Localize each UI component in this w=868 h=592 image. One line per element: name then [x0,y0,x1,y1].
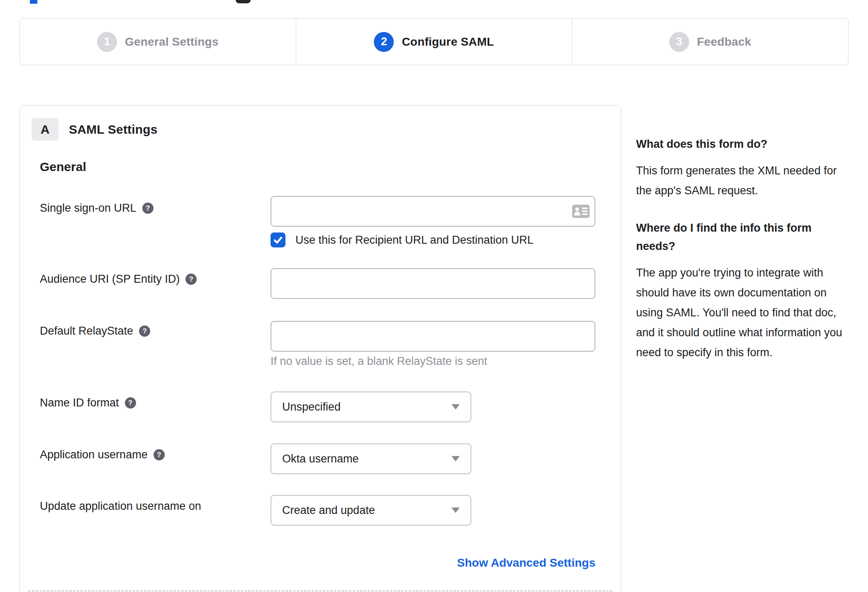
app-username-label: Application username [40,448,148,461]
recipient-url-checkbox-row: Use this for Recipient URL and Destinati… [271,232,534,247]
caret-down-icon [451,456,460,462]
caret-down-icon [451,508,460,513]
update-username-value: Create and update [282,504,375,517]
app-username-select[interactable]: Okta username [271,443,471,474]
help-icon[interactable]: ? [142,203,154,214]
section-a-badge: A [32,118,59,141]
sso-url-input[interactable] [271,196,595,227]
help-answer-1: This form generates the XML needed for t… [636,161,846,201]
audience-uri-label-row: Audience URI (SP Entity ID) ? [40,273,197,286]
checkmark-icon [273,235,283,245]
app-username-label-row: Application username ? [40,448,165,461]
help-question-1: What does this form do? [636,135,846,153]
general-section-heading: General [40,160,86,174]
step-feedback[interactable]: 3 Feedback [572,19,848,65]
step-number-badge: 2 [374,32,394,52]
help-icon[interactable]: ? [154,449,165,460]
help-icon[interactable]: ? [185,274,197,285]
sso-url-label: Single sign-on URL [40,202,137,215]
clipped-header-fragment-dark [236,0,251,3]
name-id-format-select[interactable]: Unspecified [271,391,471,422]
step-number-badge: 3 [669,32,689,52]
relay-state-label: Default RelayState [40,325,133,338]
update-username-label-row: Update application username on [40,500,201,513]
wizard-stepper: 1 General Settings 2 Configure SAML 3 Fe… [20,18,848,65]
recipient-url-checkbox-label: Use this for Recipient URL and Destinati… [295,234,534,247]
step-configure-saml[interactable]: 2 Configure SAML [296,19,572,65]
sso-url-label-row: Single sign-on URL ? [40,202,154,215]
panel-title: SAML Settings [69,118,158,141]
section-divider-dashed [28,590,612,592]
step-general-settings[interactable]: 1 General Settings [20,19,296,65]
step-number-badge: 1 [97,32,117,52]
step-label: Feedback [697,35,751,49]
name-id-format-label-row: Name ID format ? [40,396,136,409]
contact-card-icon[interactable] [572,205,590,218]
audience-uri-input[interactable] [271,268,595,299]
help-icon[interactable]: ? [125,397,136,409]
sso-url-input-wrap [271,196,595,227]
clipped-header-fragment-blue [30,0,37,4]
relay-state-hint: If no value is set, a blank RelayState i… [271,355,487,368]
help-icon[interactable]: ? [139,325,150,337]
step-label: Configure SAML [402,35,494,49]
relay-state-input[interactable] [271,321,595,352]
help-answer-2: The app you're trying to integrate with … [636,263,846,362]
relay-state-label-row: Default RelayState ? [40,325,150,338]
name-id-format-value: Unspecified [282,401,341,413]
recipient-url-checkbox[interactable] [271,232,285,247]
app-username-value: Okta username [282,453,359,465]
show-advanced-settings-link[interactable]: Show Advanced Settings [271,556,595,570]
step-label: General Settings [125,35,219,49]
saml-settings-panel: A SAML Settings General Single sign-on U… [20,105,621,592]
update-username-label: Update application username on [40,500,201,513]
help-sidebar: What does this form do? This form genera… [636,135,846,381]
update-username-select[interactable]: Create and update [271,495,471,526]
help-question-2: Where do I find the info this form needs… [636,219,846,255]
audience-uri-label: Audience URI (SP Entity ID) [40,273,180,286]
caret-down-icon [451,404,460,410]
name-id-format-label: Name ID format [40,396,119,409]
